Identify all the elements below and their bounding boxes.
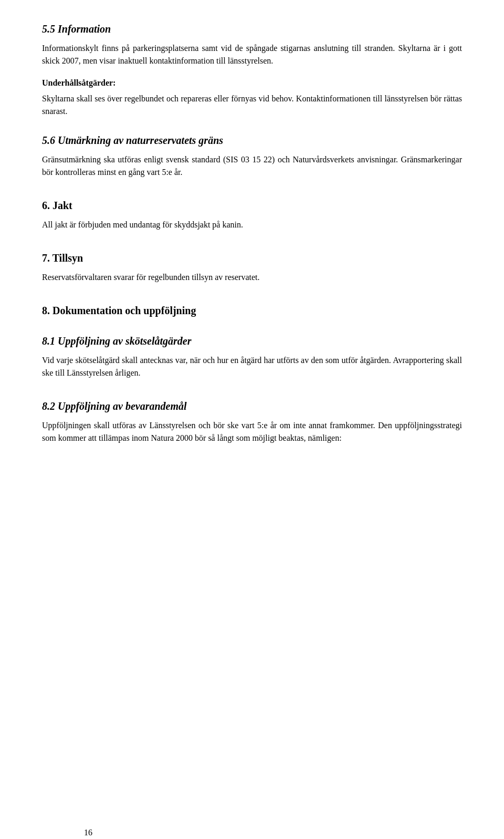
section-8-2: 8.2 Uppföljning av bevarandemål Uppföljn… — [42, 398, 462, 444]
heading-8-2: 8.2 Uppföljning av bevarandemål — [42, 398, 462, 414]
section-5-5: 5.5 Information Informationskylt finns p… — [42, 21, 462, 118]
section-5-6: 5.6 Utmärkning av naturreservatets gräns… — [42, 132, 462, 179]
para-7-1: Reservatsförvaltaren svarar för regelbun… — [42, 271, 462, 284]
subsection-underhall-label: Underhållsåtgärder: — [42, 77, 462, 89]
heading-5-6: 5.6 Utmärkning av naturreservatets gräns — [42, 132, 462, 148]
section-8: 8. Dokumentation och uppföljning — [42, 303, 462, 318]
heading-8-1: 8.1 Uppföljning av skötselåtgärder — [42, 333, 462, 349]
section-8-1: 8.1 Uppföljning av skötselåtgärder Vid v… — [42, 333, 462, 379]
para-8-1-1: Vid varje skötselåtgärd skall antecknas … — [42, 354, 462, 379]
heading-5-5: 5.5 Information — [42, 21, 462, 37]
para-5-5-1: Informationskylt finns på parkeringsplat… — [42, 42, 462, 67]
heading-8: 8. Dokumentation och uppföljning — [42, 303, 462, 318]
section-6: 6. Jakt All jakt är förbjuden med undant… — [42, 198, 462, 231]
subsection-underhall: Underhållsåtgärder: Skyltarna skall ses … — [42, 77, 462, 118]
para-underhall-1: Skyltarna skall ses över regelbundet och… — [42, 92, 462, 118]
para-5-6-1: Gränsutmärkning ska utföras enligt svens… — [42, 153, 462, 179]
heading-6: 6. Jakt — [42, 198, 462, 213]
heading-7: 7. Tillsyn — [42, 250, 462, 266]
para-6-1: All jakt är förbjuden med undantag för s… — [42, 219, 462, 231]
section-7: 7. Tillsyn Reservatsförvaltaren svarar f… — [42, 250, 462, 284]
para-8-2-1: Uppföljningen skall utföras av Länsstyre… — [42, 419, 462, 444]
page-wrapper: 5.5 Information Informationskylt finns p… — [42, 21, 462, 839]
page-number: 16 — [84, 826, 92, 839]
